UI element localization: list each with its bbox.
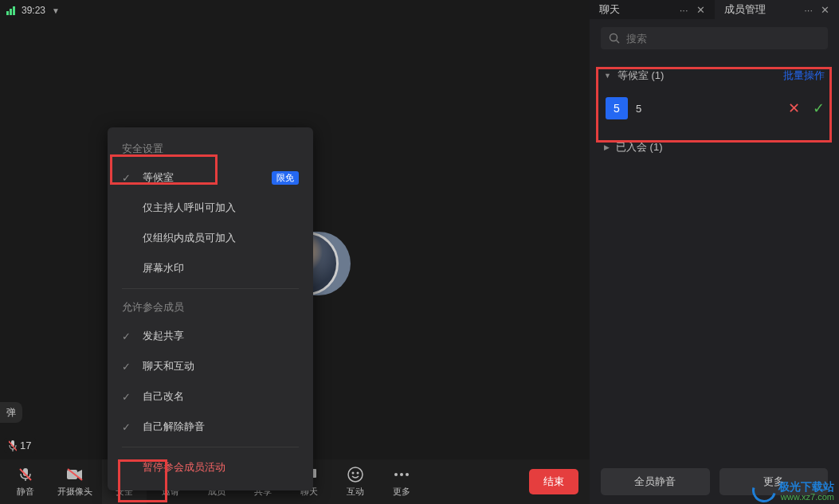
security-settings-title: 安全设置	[108, 135, 313, 162]
waiting-room-label: 等候室	[143, 170, 174, 185]
svg-point-24	[406, 473, 409, 476]
svg-point-23	[400, 473, 403, 476]
accept-button[interactable]: ✓	[813, 100, 825, 117]
signal-icon	[6, 6, 15, 15]
svg-point-21	[357, 472, 359, 475]
bullet-badge[interactable]: 弹	[0, 402, 22, 423]
members-tab-label: 成员管理	[724, 2, 766, 17]
start-share-option[interactable]: ✓ 发起共享	[108, 321, 313, 351]
mute-button[interactable]: 静音	[3, 459, 48, 504]
smile-icon	[347, 466, 363, 483]
svg-point-22	[394, 473, 398, 476]
reject-button[interactable]: ✕	[788, 100, 800, 117]
mic-off-icon	[18, 466, 33, 483]
camera-label: 开摄像头	[57, 486, 92, 498]
mute-all-button[interactable]: 全员静音	[601, 468, 710, 495]
right-sidebar: 聊天 ··· ✕ 成员管理 ··· ✕ ▼ 等候室 (1) 批量操作 5 5	[590, 0, 839, 504]
org-only-label: 仅组织内成员可加入	[143, 231, 236, 245]
waiting-room-label: 等候室 (1)	[617, 68, 665, 83]
svg-line-26	[617, 41, 620, 44]
chat-close-icon[interactable]: ✕	[696, 4, 705, 16]
pause-activity-option[interactable]: 暂停参会成员活动	[108, 452, 313, 483]
more-label: 更多	[393, 486, 410, 498]
waiting-room-header[interactable]: ▼ 等候室 (1) 批量操作	[604, 64, 825, 91]
mic-badge[interactable]: 17	[4, 438, 36, 453]
check-icon: ✓	[122, 361, 135, 373]
chat-tab-label: 聊天	[599, 2, 620, 17]
participant-avatar: 5	[606, 97, 628, 119]
sidebar-more-button[interactable]: 更多	[719, 468, 829, 495]
security-menu: 安全设置 ✓ 等候室 限免 仅主持人呼叫可加入 仅组织内成员可加入 屏幕水印 允…	[108, 127, 313, 490]
timer-dropdown-icon[interactable]: ▼	[52, 6, 60, 15]
self-unmute-option[interactable]: ✓ 自己解除静音	[108, 412, 313, 442]
check-icon: ✓	[122, 172, 135, 184]
mic-count: 17	[20, 440, 31, 451]
chevron-right-icon: ▶	[604, 143, 610, 151]
participant-avatar	[307, 232, 351, 295]
chat-more-icon[interactable]: ···	[680, 4, 688, 16]
svg-point-19	[348, 467, 363, 482]
camera-button[interactable]: 开摄像头	[49, 459, 100, 504]
members-close-icon[interactable]: ✕	[821, 4, 829, 16]
search-icon	[609, 33, 620, 44]
more-icon	[394, 466, 410, 483]
chat-tab[interactable]: 聊天 ··· ✕	[590, 0, 715, 19]
waiting-room-option[interactable]: ✓ 等候室 限免	[108, 162, 313, 193]
chat-interact-label: 聊天和互动	[143, 359, 194, 373]
self-rename-label: 自己改名	[143, 389, 184, 404]
joined-label: 已入会 (1)	[616, 140, 663, 154]
host-only-label: 仅主持人呼叫可加入	[143, 201, 236, 215]
camera-off-icon	[66, 466, 84, 483]
svg-point-25	[610, 34, 617, 41]
batch-operation-link[interactable]: 批量操作	[783, 68, 825, 83]
start-share-label: 发起共享	[143, 329, 184, 343]
interact-label: 互动	[347, 486, 364, 498]
org-only-option[interactable]: 仅组织内成员可加入	[108, 223, 313, 253]
search-input[interactable]	[626, 33, 820, 45]
mute-label: 静音	[17, 486, 34, 498]
end-meeting-button[interactable]: 结束	[529, 469, 578, 494]
more-button[interactable]: 更多	[379, 459, 424, 504]
free-badge: 限免	[272, 171, 299, 185]
check-icon: ✓	[122, 421, 135, 433]
chevron-down-icon: ▼	[604, 72, 611, 80]
allow-members-title: 允许参会成员	[108, 294, 313, 321]
self-unmute-label: 自己解除静音	[143, 420, 205, 434]
members-more-icon[interactable]: ···	[804, 4, 813, 16]
interact-button[interactable]: 互动	[333, 459, 378, 504]
joined-header[interactable]: ▶ 已入会 (1)	[604, 135, 825, 162]
mic-icon	[9, 440, 17, 451]
sidebar-footer: 全员静音 更多	[590, 459, 839, 504]
watermark-option[interactable]: 屏幕水印	[108, 253, 313, 283]
check-icon: ✓	[122, 330, 135, 342]
svg-point-20	[352, 472, 355, 475]
search-box[interactable]	[601, 27, 828, 49]
check-icon: ✓	[122, 391, 135, 403]
self-rename-option[interactable]: ✓ 自己改名	[108, 381, 313, 412]
host-only-option[interactable]: 仅主持人呼叫可加入	[108, 193, 313, 223]
waiting-participant-row: 5 5 ✕ ✓	[604, 91, 825, 126]
chat-interact-option[interactable]: ✓ 聊天和互动	[108, 351, 313, 381]
meeting-timer: 39:23	[22, 5, 45, 16]
participant-name: 5	[636, 103, 641, 115]
members-tab[interactable]: 成员管理 ··· ✕	[715, 0, 840, 19]
watermark-label: 屏幕水印	[143, 261, 184, 275]
